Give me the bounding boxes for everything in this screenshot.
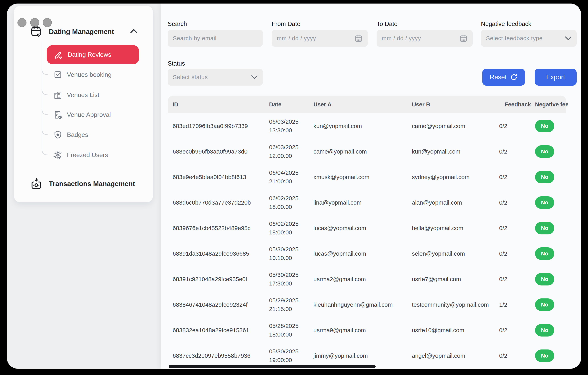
cell-date-day: 06/04/2025 <box>269 168 298 177</box>
building-check-icon <box>53 110 62 119</box>
cell-feedback: 0/2 <box>499 327 507 334</box>
cell-date-day: 06/02/2025 <box>269 194 298 203</box>
table-row: 68391da31048a29fce93668505/30/202510:10:… <box>168 241 576 266</box>
sidebar-item-label: Badges <box>67 131 88 138</box>
cell-date-time: 21:00:00 <box>269 177 298 186</box>
table-header: ID Date User A User B Feedback Negative … <box>168 96 566 113</box>
cell-date: 06/02/202518:00:00 <box>269 220 298 237</box>
cell-user-b: came@yopmail.com <box>412 123 465 129</box>
from-date-label: From Date <box>272 21 300 27</box>
cell-date-time: 12:00:00 <box>269 152 298 160</box>
reset-button-label: Reset <box>490 73 507 81</box>
table-row: 683d6c0b770d3a77e37d220b06/02/202518:00:… <box>168 190 576 215</box>
cell-date-time: 13:30:00 <box>269 126 298 135</box>
pencil-heart-icon <box>53 50 63 59</box>
sidebar-item-label: Venues List <box>67 91 99 99</box>
sidebar-section-dating-management[interactable]: Dating Management <box>14 25 153 39</box>
status-label: Status <box>168 60 185 67</box>
cell-feedback: 1/2 <box>499 301 507 308</box>
negative-feedback-select[interactable]: Select feedback type <box>481 30 577 47</box>
checkbox-check-icon <box>53 70 62 79</box>
status-select[interactable]: Select status <box>168 69 263 86</box>
search-label: Search <box>168 21 187 27</box>
cell-user-b: usrfe7@gmail.com <box>412 276 461 283</box>
negative-feedback-badge: No <box>535 298 554 311</box>
cell-user-b: alan@yopmail.com <box>412 199 462 206</box>
cell-id: 68391da31048a29fce936685 <box>173 250 249 257</box>
sidebar-item-dating-reviews[interactable]: Dating Reviews <box>47 45 139 64</box>
cell-date-day: 06/03/2025 <box>269 117 298 126</box>
table-row: 683832ea1048a29fce91536105/28/202518:00:… <box>168 318 576 343</box>
sidebar-item-venue-approval[interactable]: Venue Approval <box>53 110 111 120</box>
column-header-negative-feedback: Negative feedback <box>535 96 567 113</box>
sidebar-item-freezed-users[interactable]: Freezed Users <box>53 150 108 160</box>
cell-date-time: 18:00:00 <box>269 228 298 237</box>
cell-date: 06/03/202513:30:00 <box>269 117 298 135</box>
from-date-input[interactable]: mm / dd / yyyy <box>272 30 368 47</box>
cell-date-day: 05/28/2025 <box>269 322 298 330</box>
negative-feedback-badge: No <box>535 171 554 183</box>
cell-date-day: 05/29/2025 <box>269 296 298 305</box>
cell-user-a: usrma2@gmail.com <box>314 276 366 283</box>
table-row: 6839676e1cb45522b489e95c06/02/202518:00:… <box>168 215 576 241</box>
sidebar-item-venues-list[interactable]: Venues List <box>53 90 99 100</box>
cell-id: 683832ea1048a29fce915361 <box>173 327 249 334</box>
sidebar-item-venues-booking[interactable]: Venues booking <box>53 70 112 79</box>
cell-user-a: kun@yopmail.com <box>314 123 362 129</box>
calendar-icon[interactable] <box>459 34 468 42</box>
cell-id: 683846741048a29fce92324f <box>173 301 248 308</box>
negative-feedback-badge: No <box>535 145 554 158</box>
table-row: 683ed17096fb3aa0f99b733906/03/202513:30:… <box>168 113 576 139</box>
table-row: 683846741048a29fce92324f05/29/202521:15:… <box>168 292 576 318</box>
sidebar-item-badges[interactable]: Badges <box>53 130 88 140</box>
cell-feedback: 0/2 <box>499 199 507 206</box>
to-date-placeholder: mm / dd / yyyy <box>382 35 457 42</box>
cell-date-time: 18:00:00 <box>269 203 298 211</box>
export-button[interactable]: Export <box>535 69 577 86</box>
sidebar-section-transactions-management[interactable]: Transactions Management <box>14 177 153 191</box>
cell-user-a: lucas@yopmail.com <box>314 250 366 257</box>
table-body: 683ed17096fb3aa0f99b733906/03/202513:30:… <box>168 113 576 368</box>
sidebar-section-label: Transactions Management <box>49 180 135 188</box>
cell-user-b: angel@yopmail.com <box>412 353 465 359</box>
to-date-input[interactable]: mm / dd / yyyy <box>377 30 473 47</box>
sidebar-section-label: Dating Management <box>49 28 114 35</box>
negative-feedback-label: Negative feedback <box>481 21 531 27</box>
cell-date: 05/29/202521:15:00 <box>269 296 298 313</box>
cell-date: 05/30/202510:10:00 <box>269 245 298 262</box>
sidebar-item-label: Freezed Users <box>67 151 108 159</box>
reset-button[interactable]: Reset <box>482 69 525 86</box>
cell-user-b: usrfe10@gmail.com <box>412 327 464 334</box>
cell-date-time: 17:30:00 <box>269 279 298 288</box>
calendar-icon[interactable] <box>354 34 363 42</box>
cell-date: 06/02/202518:00:00 <box>269 194 298 211</box>
cell-id: 683d6c0b770d3a77e37d220b <box>173 199 251 206</box>
table-row: 683ec0b996fb3aa0f99a73d006/03/202512:00:… <box>168 139 576 164</box>
cell-date: 06/04/202521:00:00 <box>269 168 298 186</box>
cell-date-day: 05/30/2025 <box>269 245 298 254</box>
sidebar-item-label: Venues booking <box>67 71 112 78</box>
buildings-icon <box>53 90 62 99</box>
cell-date: 05/30/202517:30:00 <box>269 271 298 288</box>
to-date-label: To Date <box>377 21 398 27</box>
horizontal-scrollbar-thumb[interactable] <box>169 365 376 368</box>
cell-user-b: testcommunity@yopmail.com <box>412 301 489 308</box>
cell-user-b: bella@yopmail.com <box>412 225 463 232</box>
chevron-down-icon <box>251 75 258 79</box>
column-header-user-a: User A <box>314 96 331 113</box>
cell-feedback: 0/2 <box>499 250 507 257</box>
sidebar: Dating Management Dating Reviews <box>14 6 153 202</box>
negative-feedback-badge: No <box>535 247 554 260</box>
column-header-id: ID <box>173 96 178 113</box>
cell-feedback: 0/2 <box>499 225 507 232</box>
cell-id: 683ed17096fb3aa0f99b7339 <box>173 123 248 129</box>
search-input[interactable]: Search by email <box>168 30 263 47</box>
negative-feedback-badge: No <box>535 222 554 234</box>
cell-feedback: 0/2 <box>499 123 507 129</box>
negative-feedback-badge: No <box>535 350 554 362</box>
cell-feedback: 0/2 <box>499 148 507 155</box>
main-panel: Search From Date To Date Negative feedba… <box>161 3 581 369</box>
cell-user-a: usrma9@gmail.com <box>314 327 366 334</box>
cell-id: 683e9e4e5bfaa0f04bb8f613 <box>173 174 246 180</box>
export-button-label: Export <box>546 73 565 81</box>
